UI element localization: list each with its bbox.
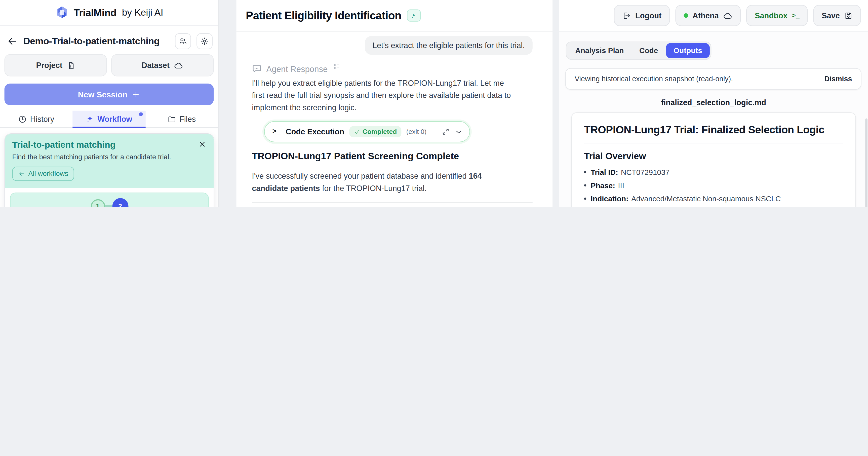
tasks-icon[interactable] bbox=[333, 63, 340, 70]
trial-overview-list: Trial ID:NCT07291037 Phase:III Indicatio… bbox=[584, 166, 843, 207]
list-item: Intervention:Datopotamab Deruxtecan vs. … bbox=[584, 206, 843, 207]
notice-text: Viewing historical execution snapshot (r… bbox=[575, 75, 733, 83]
terminal-prompt-icon: >_ bbox=[273, 128, 281, 135]
project-button-label: Project bbox=[36, 61, 62, 70]
trialmind-cube-icon bbox=[55, 5, 69, 20]
tab-outputs[interactable]: Outputs bbox=[666, 43, 710, 58]
cloud-icon bbox=[174, 61, 183, 70]
stage-card[interactable]: 1 2 Let's extract the eligible patients … bbox=[10, 192, 209, 207]
bullet-dot bbox=[584, 197, 586, 200]
tab-workflow[interactable]: Workflow bbox=[73, 111, 146, 127]
list-item: Phase:III bbox=[584, 179, 843, 192]
outputs-panel: Logout Athena Sandbox >_ Save Analysis P… bbox=[559, 0, 868, 207]
tab-files-label: Files bbox=[179, 115, 196, 123]
code-execution-block[interactable]: >_ Code Execution Completed (exit 0) bbox=[264, 121, 470, 143]
cloud-icon bbox=[723, 11, 733, 20]
brand-suffix: by Keiji AI bbox=[122, 7, 163, 19]
sparkle-icon bbox=[86, 115, 94, 123]
summary-text: for the TROPION-Lung17 trial. bbox=[320, 184, 427, 192]
check-icon bbox=[354, 129, 360, 134]
save-label: Save bbox=[822, 11, 840, 20]
dataset-button[interactable]: Dataset bbox=[111, 54, 214, 77]
tab-files[interactable]: Files bbox=[146, 111, 218, 127]
project-button[interactable]: Project bbox=[4, 54, 107, 77]
chevron-down-icon[interactable] bbox=[455, 128, 463, 136]
terminal-prompt-icon: >_ bbox=[792, 12, 800, 19]
output-tabs: Analysis Plan Code Outputs bbox=[566, 41, 712, 60]
athena-connection-button[interactable]: Athena bbox=[675, 5, 741, 26]
status-dot-icon bbox=[684, 13, 688, 18]
sidebar: TrialMind by Keiji AI Demo-Trial-to-pati… bbox=[0, 0, 219, 207]
output-filename: finalized_selection_logic.md bbox=[559, 98, 868, 107]
gear-icon bbox=[200, 37, 209, 45]
new-session-button[interactable]: New Session bbox=[4, 84, 214, 105]
summary-text: I've successfully screened your patient … bbox=[252, 172, 469, 180]
doc-title: TROPION-Lung17 Trial: Finalized Selectio… bbox=[584, 124, 843, 144]
step-2-circle[interactable]: 2 bbox=[112, 198, 128, 207]
user-message-bubble: Let's extract the eligible patients for … bbox=[365, 36, 533, 55]
bullet-dot bbox=[584, 184, 586, 186]
chat-bubble-icon bbox=[252, 64, 262, 74]
session-title: Demo-Trial-to-patient-matching bbox=[23, 36, 169, 47]
code-execution-label: Code Execution bbox=[285, 127, 344, 136]
top-toolbar: Logout Athena Sandbox >_ Save bbox=[559, 0, 868, 31]
tab-workflow-label: Workflow bbox=[98, 115, 132, 123]
snapshot-notice-bar: Viewing historical execution snapshot (r… bbox=[565, 68, 862, 90]
save-floppy-icon bbox=[844, 11, 852, 20]
app-window: TrialMind by Keiji AI Demo-Trial-to-pati… bbox=[0, 0, 868, 207]
list-item: Indication:Advanced/Metastatic Non-squam… bbox=[584, 192, 843, 206]
logout-icon bbox=[622, 11, 631, 20]
save-button[interactable]: Save bbox=[813, 5, 861, 26]
agent-intro-text: I'll help you extract eligible patients … bbox=[252, 77, 512, 114]
session-settings-button[interactable] bbox=[196, 33, 213, 49]
agent-response-label: Agent Response bbox=[266, 64, 328, 73]
maximize-icon[interactable] bbox=[442, 128, 450, 135]
result-title: TROPION-Lung17 Patient Screening Complet… bbox=[252, 151, 533, 162]
brand-name: TrialMind bbox=[74, 7, 117, 19]
document-icon bbox=[67, 61, 75, 69]
sidebar-tabs: History Workflow Files bbox=[0, 111, 218, 128]
sandbox-label: Sandbox bbox=[755, 11, 787, 20]
divider bbox=[252, 202, 533, 203]
step-1-circle[interactable]: 1 bbox=[91, 199, 105, 207]
sandbox-button[interactable]: Sandbox >_ bbox=[746, 5, 808, 26]
chat-panel: Patient Eligibility Identification Let's… bbox=[237, 0, 553, 207]
app-logo: TrialMind by Keiji AI bbox=[0, 0, 218, 26]
athena-label: Athena bbox=[692, 11, 718, 20]
dataset-button-label: Dataset bbox=[142, 61, 169, 70]
list-item: Trial ID:NCT07291037 bbox=[584, 166, 843, 179]
back-arrow-icon[interactable] bbox=[7, 36, 18, 47]
new-session-label: New Session bbox=[78, 90, 128, 99]
result-summary: I've successfully screened your patient … bbox=[252, 170, 512, 194]
bullet-dot bbox=[584, 171, 586, 173]
folder-icon bbox=[168, 115, 176, 123]
logout-label: Logout bbox=[635, 11, 661, 20]
markdown-output-card[interactable]: TROPION-Lung17 Trial: Finalized Selectio… bbox=[571, 112, 856, 207]
window-scrollbar-thumb[interactable] bbox=[865, 119, 868, 207]
doc-overview-heading: Trial Overview bbox=[584, 151, 843, 161]
tab-history-label: History bbox=[30, 115, 54, 123]
step-connector bbox=[105, 205, 112, 207]
workflow-title: Trial-to-patient matching bbox=[12, 140, 198, 150]
users-icon bbox=[179, 37, 187, 45]
workflow-subtitle: Find the best matching patients for a ca… bbox=[12, 153, 206, 161]
arrow-left-icon bbox=[19, 171, 25, 177]
page-title: Patient Eligibility Identification bbox=[246, 9, 401, 22]
chat-scroll-area[interactable]: Let's extract the eligible patients for … bbox=[237, 31, 553, 207]
workflow-notification-dot bbox=[139, 112, 143, 116]
exit-code: (exit 0) bbox=[406, 128, 427, 135]
collaborators-button[interactable] bbox=[175, 33, 191, 49]
logout-button[interactable]: Logout bbox=[614, 5, 670, 26]
all-workflows-label: All workflows bbox=[28, 170, 68, 178]
tab-code[interactable]: Code bbox=[631, 43, 666, 58]
dismiss-button[interactable]: Dismiss bbox=[825, 75, 852, 83]
clock-icon bbox=[19, 115, 27, 123]
tab-analysis-plan[interactable]: Analysis Plan bbox=[567, 43, 631, 58]
tab-history[interactable]: History bbox=[0, 111, 73, 127]
workflow-sparkle-badge bbox=[407, 9, 421, 21]
all-workflows-button[interactable]: All workflows bbox=[12, 166, 74, 181]
status-label: Completed bbox=[363, 128, 397, 135]
plus-icon bbox=[132, 90, 140, 98]
status-badge: Completed bbox=[349, 126, 401, 137]
close-icon[interactable] bbox=[198, 140, 207, 148]
